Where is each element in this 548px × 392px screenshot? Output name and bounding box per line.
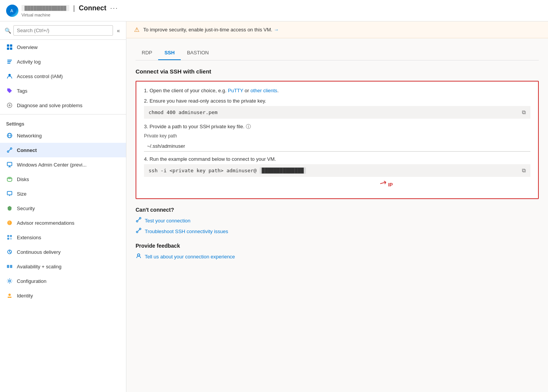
sidebar-item-security[interactable]: Security	[0, 201, 126, 216]
sidebar-item-networking[interactable]: Networking	[0, 128, 126, 143]
troubleshoot-link[interactable]: Troubleshoot SSH connectivity issues	[145, 229, 228, 234]
availability-icon	[6, 263, 13, 270]
private-key-input[interactable]	[144, 141, 530, 152]
sidebar-item-label: Windows Admin Center (previ...	[17, 162, 87, 168]
svg-rect-30	[7, 265, 9, 268]
sidebar-item-extensions[interactable]: Extensions	[0, 230, 126, 245]
extensions-icon	[6, 234, 13, 241]
overview-icon	[6, 44, 13, 51]
chmod-code: chmod 400 adminuser.pem	[149, 109, 218, 115]
feedback-link[interactable]: Tell us about your connection experience	[145, 254, 235, 260]
svg-point-15	[10, 148, 12, 149]
sidebar-item-label: Size	[17, 191, 26, 197]
svg-line-37	[138, 219, 139, 220]
section-title: Connect via SSH with client	[136, 68, 539, 75]
ip-annotation: ↗ IP	[380, 178, 548, 188]
sidebar-item-winadmin[interactable]: Windows Admin Center (previ...	[0, 157, 126, 172]
test-connection-icon	[136, 217, 142, 224]
content-body: RDP SSH BASTION Connect via SSH with cli…	[126, 38, 548, 271]
test-connection-link[interactable]: Test your connection	[145, 218, 190, 224]
sidebar-item-label: Connect	[17, 147, 37, 153]
security-icon	[6, 205, 13, 212]
sidebar-collapse-button[interactable]: «	[115, 26, 121, 35]
settings-divider	[0, 114, 126, 114]
warning-text: To improve security, enable just-in-time…	[143, 27, 279, 33]
svg-point-9	[8, 74, 11, 76]
breadcrumb-separator: |	[73, 4, 75, 12]
blurred-label: ██████████████	[21, 5, 69, 11]
tab-ssh[interactable]: SSH	[158, 46, 181, 60]
ssh-code-block: ssh -i <private key path> adminuser@ ███…	[144, 164, 530, 177]
step-4: 4. Run the example command below to conn…	[144, 156, 530, 188]
svg-rect-6	[7, 60, 12, 60]
sidebar-item-label: Configuration	[17, 278, 46, 284]
ip-arrow-icon: ↗	[378, 176, 389, 189]
svg-rect-17	[7, 162, 12, 166]
putty-link[interactable]: PuTTY	[228, 88, 243, 93]
sidebar-item-iam[interactable]: Access control (IAM)	[0, 69, 126, 83]
sidebar-item-activity-log[interactable]: Activity log	[0, 54, 126, 69]
warning-link[interactable]: →	[274, 27, 279, 33]
sidebar: 🔍 « Overview Activity log	[0, 21, 126, 392]
search-icon: 🔍	[5, 28, 11, 34]
info-icon: ⓘ	[246, 124, 251, 129]
svg-point-36	[139, 217, 141, 219]
svg-text:A: A	[10, 8, 13, 13]
troubleshoot-icon	[136, 227, 142, 235]
sidebar-item-label: Disks	[17, 176, 29, 182]
troubleshoot-row: Troubleshoot SSH connectivity issues	[136, 227, 539, 235]
tab-bastion[interactable]: BASTION	[181, 46, 215, 60]
sidebar-item-overview[interactable]: Overview	[0, 40, 126, 54]
disks-icon	[6, 176, 13, 183]
ellipsis-button[interactable]: ···	[110, 4, 118, 12]
sidebar-item-label: Tags	[17, 88, 27, 94]
svg-point-38	[136, 231, 138, 233]
step-3: 3. Provide a path to your SSH private ke…	[144, 123, 530, 152]
advisor-icon: !	[6, 219, 13, 226]
sidebar-item-label: Identity	[17, 293, 33, 299]
diagnose-icon	[6, 102, 13, 109]
sidebar-item-advisor[interactable]: ! Advisor recommendations	[0, 216, 126, 230]
copy-chmod-button[interactable]: ⧉	[522, 109, 526, 116]
sidebar-item-connect[interactable]: Connect	[0, 143, 126, 157]
sidebar-item-availability[interactable]: Availability + scaling	[0, 259, 126, 274]
identity-icon	[6, 292, 13, 299]
svg-rect-27	[7, 238, 9, 240]
svg-point-32	[9, 280, 11, 282]
sidebar-item-continuous[interactable]: Continuous delivery	[0, 245, 126, 259]
sidebar-item-label: Security	[17, 206, 35, 211]
svg-point-33	[8, 294, 11, 296]
settings-section-label: Settings	[0, 116, 126, 128]
winadmin-icon	[6, 161, 13, 168]
svg-line-16	[9, 149, 10, 151]
svg-rect-8	[7, 63, 10, 64]
sidebar-item-label: Availability + scaling	[17, 264, 61, 270]
iam-icon	[6, 73, 13, 80]
page-title: Connect	[79, 4, 106, 12]
chmod-code-block: chmod 400 adminuser.pem ⧉	[144, 106, 530, 119]
sidebar-item-identity[interactable]: Identity	[0, 288, 126, 303]
svg-point-14	[7, 151, 9, 152]
sidebar-item-label: Extensions	[17, 235, 41, 240]
search-input[interactable]	[13, 25, 113, 36]
sidebar-item-label: Access control (IAM)	[17, 74, 63, 79]
continuous-delivery-icon	[6, 248, 13, 255]
top-header: A ██████████████ | Connect ··· Virtual m…	[0, 0, 548, 21]
sidebar-item-tags[interactable]: Tags	[0, 83, 126, 98]
tab-rdp[interactable]: RDP	[136, 46, 158, 60]
main-layout: 🔍 « Overview Activity log	[0, 21, 548, 392]
sidebar-item-diagnose[interactable]: Diagnose and solve problems	[0, 98, 126, 113]
sidebar-item-configuration[interactable]: Configuration	[0, 274, 126, 288]
azure-logo: A	[6, 5, 18, 17]
sidebar-item-disks[interactable]: Disks	[0, 172, 126, 186]
test-connection-row: Test your connection	[136, 217, 539, 224]
other-clients-link[interactable]: other clients	[250, 88, 277, 93]
step-1: 1. Open the client of your choice, e.g. …	[144, 88, 530, 93]
svg-rect-3	[10, 44, 12, 47]
copy-ssh-button[interactable]: ⧉	[522, 167, 526, 174]
sidebar-item-size[interactable]: Size	[0, 186, 126, 201]
ip-label: IP	[388, 182, 393, 188]
svg-rect-25	[7, 235, 9, 237]
warning-icon: ⚠	[134, 26, 139, 33]
warning-banner: ⚠ To improve security, enable just-in-ti…	[126, 21, 548, 38]
